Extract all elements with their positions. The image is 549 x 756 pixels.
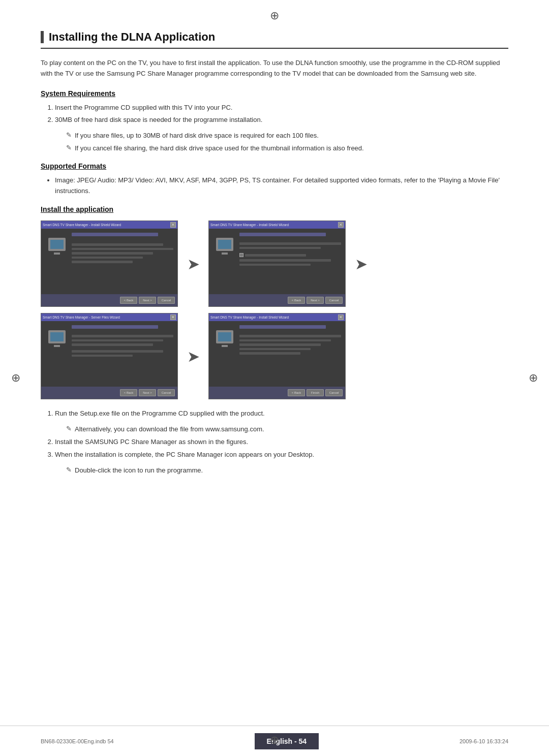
ss1-close-btn[interactable]: ✕ <box>170 222 176 228</box>
ss3-back-btn[interactable]: < Back <box>120 389 137 396</box>
ss2-next-btn[interactable]: Next > <box>307 297 324 304</box>
ss4-line2 <box>239 339 331 342</box>
ss2-content <box>239 233 341 290</box>
ss4-line4 <box>239 348 311 351</box>
ss4-titlebar: Smart DNS TV Share Manager - Install Shi… <box>209 313 345 321</box>
ss3-next-btn[interactable]: Next > <box>139 389 156 396</box>
ss1-content <box>72 233 173 290</box>
ss3-cancel-btn[interactable]: Cancel <box>158 389 175 396</box>
ss2-spacer <box>239 238 341 240</box>
install-note-2: ✎ Double-click the icon to run the progr… <box>66 465 508 476</box>
ss3-pc-screen <box>50 332 64 341</box>
ss3-content-header <box>72 325 158 329</box>
ss2-checkbox[interactable] <box>239 253 243 257</box>
footer-center-badge: English - 54 <box>255 733 319 749</box>
ss1-pc-monitor <box>48 238 66 251</box>
ss4-pc-screen <box>218 332 231 341</box>
system-req-step-1: Insert the Programme CD supplied with th… <box>55 103 508 113</box>
ss3-line3 <box>72 343 153 346</box>
ss4-pc-monitor <box>216 330 233 343</box>
screenshots-row-2: Smart DNS TV Share Manager - Server File… <box>41 313 508 399</box>
system-requirements-header: System Requirements <box>41 89 508 98</box>
ss2-pc-base <box>222 253 228 255</box>
arrow-1: ➤ <box>178 255 208 273</box>
ss1-pc-screen <box>50 240 64 249</box>
install-steps-list: Run the Setup.exe file on the Programme … <box>55 408 508 419</box>
supported-formats-section: Supported Formats Image: JPEG/ Audio: MP… <box>41 162 508 197</box>
right-compass-icon: ⊕ <box>529 371 538 385</box>
ss1-icon-col <box>45 233 69 290</box>
install-header: Install the application <box>41 205 508 213</box>
ss3-progress <box>72 350 163 353</box>
screenshot-3: Smart DNS TV Share Manager - Server File… <box>41 313 178 399</box>
screenshot-1: Smart DNS TV Share Manager - Install Shi… <box>41 220 178 307</box>
system-req-step-2: 30MB of free hard disk space is needed f… <box>55 115 508 125</box>
ss2-footer: < Back Next > Cancel <box>209 294 345 306</box>
arrow-2: ➤ <box>178 348 208 365</box>
system-req-note-1: ✎ If you share files, up to 30MB of hard… <box>66 131 508 141</box>
install-note-icon-1: ✎ <box>66 425 72 432</box>
ss2-line2 <box>239 247 321 249</box>
ss2-checkbox-area <box>239 253 341 257</box>
install-note-text-1: Alternatively, you can download the file… <box>75 424 264 435</box>
ss1-spacer <box>72 238 173 241</box>
system-req-note-text-1: If you share files, up to 30MB of hard d… <box>75 131 319 141</box>
ss4-line1 <box>239 335 341 337</box>
ss1-line1 <box>72 243 163 246</box>
ss4-titlebar-text: Smart DNS TV Share Manager - Install Shi… <box>210 316 338 319</box>
ss3-pc-monitor <box>48 330 66 343</box>
supported-formats-list: Image: JPEG/ Audio: MP3/ Video: AVI, MKV… <box>55 175 508 197</box>
screenshots-row-1: Smart DNS TV Share Manager - Install Shi… <box>41 220 508 307</box>
ss1-footer: < Back Next > Cancel <box>41 294 177 306</box>
ss4-spacer <box>239 331 341 333</box>
install-step-2: Install the SAMSUNG PC Share Manager as … <box>55 437 508 448</box>
ss3-footer: < Back Next > Cancel <box>41 387 177 399</box>
ss4-content <box>239 325 341 383</box>
ss2-pc-screen <box>218 240 231 249</box>
system-requirements-section: System Requirements Insert the Programme… <box>41 89 508 154</box>
screenshots-wrapper: Smart DNS TV Share Manager - Install Shi… <box>41 220 508 399</box>
system-req-note-2: ✎ If you cancel file sharing, the hard d… <box>66 143 508 154</box>
ss2-icon-col <box>213 233 236 290</box>
ss4-close-btn[interactable]: ✕ <box>338 314 344 320</box>
ss2-line4 <box>239 264 311 266</box>
screenshot-4: Smart DNS TV Share Manager - Install Shi… <box>208 313 346 399</box>
ss3-line1 <box>72 335 173 337</box>
top-compass-icon: ⊕ <box>270 9 279 22</box>
screenshot-2: Smart DNS TV Share Manager - Install Shi… <box>208 220 346 307</box>
system-req-note-text-2: If you cancel file sharing, the hard dis… <box>75 143 364 154</box>
ss1-back-btn[interactable]: < Back <box>120 297 137 304</box>
ss1-line4 <box>72 257 143 259</box>
ss3-titlebar: Smart DNS TV Share Manager - Server File… <box>41 313 177 321</box>
ss2-cancel-btn[interactable]: Cancel <box>325 297 343 304</box>
ss3-pc-base <box>54 345 60 347</box>
ss1-next-btn[interactable]: Next > <box>139 297 156 304</box>
supported-formats-header: Supported Formats <box>41 162 508 170</box>
ss1-cancel-btn[interactable]: Cancel <box>158 297 175 304</box>
ss1-body <box>41 229 177 294</box>
ss3-close-btn[interactable]: ✕ <box>170 314 176 320</box>
ss2-close-btn[interactable]: ✕ <box>338 222 344 228</box>
ss2-pc-monitor <box>216 238 233 251</box>
ss4-back-btn[interactable]: < Back <box>288 389 305 396</box>
page-title: Installing the DLNA Application <box>41 30 508 49</box>
ss1-content-header <box>72 233 158 236</box>
bottom-compass-icon: ⊕ <box>270 734 279 747</box>
ss1-titlebar-text: Smart DNS TV Share Manager - Install Shi… <box>43 223 170 227</box>
ss4-cancel-btn[interactable]: Cancel <box>325 389 343 396</box>
ss4-body <box>209 321 345 387</box>
ss1-pc-base <box>54 253 60 255</box>
ss2-back-btn[interactable]: < Back <box>288 297 305 304</box>
note-icon-1: ✎ <box>66 131 72 139</box>
ss3-line2 <box>72 339 163 342</box>
ss2-body <box>209 229 345 294</box>
note-icon-2: ✎ <box>66 144 72 151</box>
ss4-footer: < Back Finish Cancel <box>209 387 345 399</box>
footer-right-text: 2009-6-10 16:33:24 <box>460 738 508 744</box>
ss4-finish-btn[interactable]: Finish <box>307 389 324 396</box>
ss3-icon-col <box>45 325 69 383</box>
install-step-1: Run the Setup.exe file on the Programme … <box>55 408 508 419</box>
ss3-line4 <box>72 355 133 357</box>
install-note-text-2: Double-click the icon to run the program… <box>75 465 203 476</box>
system-requirements-list: Insert the Programme CD supplied with th… <box>55 103 508 126</box>
